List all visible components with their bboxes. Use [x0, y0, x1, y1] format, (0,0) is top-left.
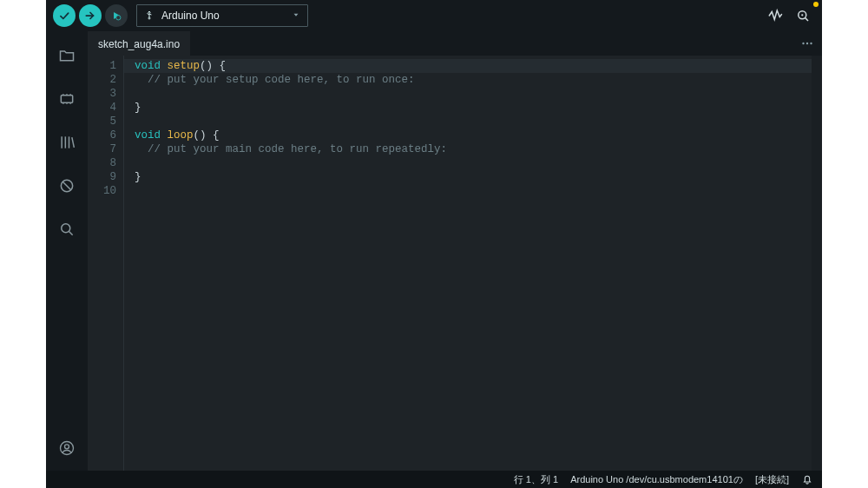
line-number: 4: [88, 101, 116, 115]
line-number-gutter: 12345678910: [88, 56, 124, 471]
code-line[interactable]: void loop() {: [135, 129, 812, 142]
line-number: 3: [88, 87, 116, 101]
line-number: 7: [88, 142, 116, 156]
svg-point-2: [116, 16, 121, 20]
debug-button[interactable]: [105, 4, 128, 27]
line-number: 1: [88, 59, 116, 73]
svg-point-10: [801, 14, 803, 16]
tab-bar: sketch_aug4a.ino: [88, 31, 822, 56]
code-line[interactable]: void setup() {: [124, 59, 812, 73]
svg-line-23: [62, 181, 71, 190]
svg-marker-7: [294, 14, 299, 16]
code-line[interactable]: }: [135, 170, 812, 184]
svg-rect-11: [61, 96, 72, 102]
code-line[interactable]: [135, 87, 812, 101]
upload-button[interactable]: [79, 4, 102, 27]
svg-point-29: [806, 43, 808, 44]
svg-line-21: [72, 137, 75, 148]
svg-point-3: [148, 17, 150, 19]
svg-line-9: [806, 18, 808, 21]
svg-point-30: [810, 43, 812, 44]
status-bar: 行 1、列 1 Arduino Uno /dev/cu.usbmodem1410…: [46, 471, 822, 488]
unsaved-indicator-icon: [813, 2, 819, 7]
code-line[interactable]: [135, 115, 812, 129]
overview-ruler[interactable]: [812, 56, 822, 471]
tab-overflow-button[interactable]: [799, 31, 815, 56]
code-line[interactable]: // put your setup code here, to run once…: [135, 73, 812, 87]
tab-active[interactable]: sketch_aug4a.ino: [88, 31, 190, 56]
serial-plotter-button[interactable]: [763, 3, 787, 28]
main-area: sketch_aug4a.ino 12345678910 void setup(…: [46, 31, 822, 471]
tab-label: sketch_aug4a.ino: [98, 38, 180, 50]
code-line[interactable]: [135, 156, 812, 170]
board-selector[interactable]: Arduino Uno: [136, 4, 308, 27]
status-linecol[interactable]: 行 1、列 1: [514, 473, 558, 486]
svg-point-28: [802, 43, 804, 44]
library-manager-button[interactable]: [55, 130, 79, 155]
debug-panel-button[interactable]: [55, 174, 79, 198]
line-number: 5: [88, 115, 116, 129]
search-button[interactable]: [55, 217, 79, 241]
sketchbook-button[interactable]: [55, 43, 79, 68]
code-line[interactable]: [135, 184, 812, 198]
editor-area: sketch_aug4a.ino 12345678910 void setup(…: [88, 31, 822, 471]
toolbar: Arduino Uno: [46, 0, 822, 31]
line-number: 8: [88, 156, 116, 170]
activity-bar: [46, 31, 88, 471]
line-number: 10: [88, 184, 116, 198]
verify-button[interactable]: [53, 4, 76, 27]
notifications-button[interactable]: [801, 473, 813, 485]
line-number: 6: [88, 129, 116, 142]
chevron-down-icon: [292, 10, 300, 22]
boards-manager-button[interactable]: [55, 87, 79, 111]
svg-point-27: [65, 445, 69, 449]
svg-point-24: [62, 224, 70, 233]
svg-line-25: [69, 232, 73, 235]
code-line[interactable]: // put your main code here, to run repea…: [135, 142, 812, 156]
line-number: 2: [88, 73, 116, 87]
board-label: Arduino Uno: [161, 10, 220, 22]
code-content[interactable]: void setup() { // put your setup code he…: [124, 56, 812, 471]
account-button[interactable]: [55, 436, 79, 460]
serial-monitor-button[interactable]: [791, 3, 815, 28]
status-connection[interactable]: [未接続]: [755, 473, 789, 486]
arduino-ide-window: Arduino Uno: [46, 0, 822, 488]
line-number: 9: [88, 170, 116, 184]
status-board-port[interactable]: Arduino Uno /dev/cu.usbmodem14101の: [570, 473, 743, 486]
usb-icon: [144, 10, 155, 23]
code-editor[interactable]: 12345678910 void setup() { // put your s…: [88, 56, 822, 471]
code-line[interactable]: }: [135, 101, 812, 115]
